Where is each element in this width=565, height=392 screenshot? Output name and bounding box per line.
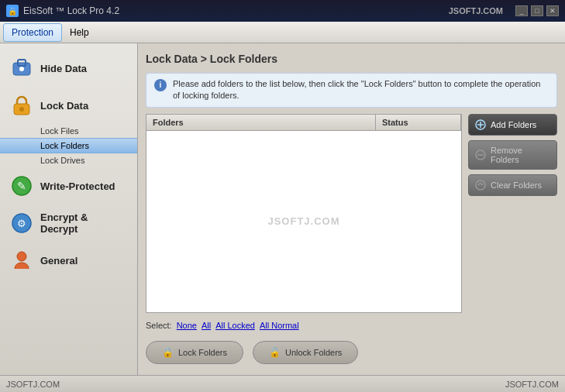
sidebar-sub-lock-drives[interactable]: Lock Drives: [0, 153, 137, 167]
svg-point-4: [19, 107, 24, 112]
col-folders: Folders: [146, 115, 376, 130]
sidebar-sub-lock-folders[interactable]: Lock Folders: [0, 138, 137, 153]
content-area: Lock Data > Lock Folders i Please add fo…: [138, 43, 565, 375]
table-watermark: JSOFTJ.COM: [267, 215, 339, 227]
action-buttons: Add Folders Remove Folders: [468, 114, 557, 313]
menu-bar: Protection Help: [0, 22, 565, 43]
sidebar-item-encrypt-decrypt[interactable]: ⚙ Encrypt & Decrypt: [0, 205, 137, 242]
main-container: Hide Data Lock Data Lock Files Lock Fold…: [0, 43, 565, 375]
write-protected-label: Write-Protected: [40, 181, 115, 192]
sidebar-item-hide-data[interactable]: Hide Data: [0, 50, 137, 87]
hide-data-icon: [9, 56, 34, 81]
table-header: Folders Status: [146, 115, 461, 131]
status-bar: JSOFTJ.COM JSOFTJ.COM: [0, 375, 565, 392]
minimize-button[interactable]: _: [515, 5, 528, 16]
title-bar-left: 🔒 EisSoft ™ Lock Pro 4.2: [6, 5, 119, 17]
window-controls: _ □ ✕: [515, 5, 559, 16]
add-folders-label: Add Folders: [491, 120, 536, 129]
svg-point-15: [476, 181, 485, 190]
sidebar: Hide Data Lock Data Lock Files Lock Fold…: [0, 43, 138, 375]
title-bar: 🔒 EisSoft ™ Lock Pro 4.2 JSOFTJ.COM _ □ …: [0, 0, 565, 22]
encrypt-decrypt-icon: ⚙: [9, 211, 34, 236]
sidebar-item-lock-data[interactable]: Lock Data: [0, 87, 137, 124]
remove-folders-icon: [475, 150, 486, 160]
select-label: Select:: [146, 321, 172, 330]
breadcrumb: Lock Data > Lock Folders: [146, 51, 557, 67]
table-section: Folders Status JSOFTJ.COM: [146, 114, 557, 313]
status-right: JSOFTJ.COM: [505, 380, 559, 389]
select-all[interactable]: All: [202, 321, 211, 330]
lock-folders-button[interactable]: 🔒 Lock Folders: [146, 341, 243, 364]
general-icon: [9, 248, 34, 273]
clear-folders-label: Clear Folders: [491, 181, 542, 190]
menu-help[interactable]: Help: [62, 24, 97, 41]
clear-folders-button[interactable]: Clear Folders: [468, 174, 557, 196]
write-protected-icon: ✎: [9, 174, 34, 198]
svg-text:✎: ✎: [17, 180, 26, 192]
lock-folders-btn-label: Lock Folders: [178, 348, 227, 357]
table-body: JSOFTJ.COM: [146, 131, 461, 312]
title-bar-title: EisSoft ™ Lock Pro 4.2: [23, 5, 119, 16]
general-label: General: [40, 255, 78, 266]
lock-data-label: Lock Data: [40, 100, 88, 112]
info-box: i Please add folders to the list below, …: [146, 73, 557, 108]
info-icon: i: [154, 79, 167, 91]
select-all-normal[interactable]: All Normal: [260, 321, 299, 330]
clear-folders-icon: [475, 180, 486, 191]
sidebar-sub-lock-files[interactable]: Lock Files: [0, 124, 137, 138]
svg-text:⚙: ⚙: [17, 218, 26, 229]
col-status: Status: [376, 115, 461, 130]
app-icon: 🔒: [6, 5, 19, 17]
folders-table: Folders Status JSOFTJ.COM: [146, 114, 462, 313]
status-left: JSOFTJ.COM: [6, 380, 60, 389]
menu-protection[interactable]: Protection: [3, 23, 62, 42]
encrypt-decrypt-label: Encrypt & Decrypt: [40, 211, 128, 235]
add-folders-icon: [475, 119, 486, 130]
unlock-folders-button[interactable]: 🔓 Unlock Folders: [253, 341, 358, 364]
svg-point-9: [17, 252, 26, 261]
select-none[interactable]: None: [177, 321, 197, 330]
select-all-locked[interactable]: All Locked: [215, 321, 255, 330]
info-text: Please add folders to the list below, th…: [173, 78, 549, 102]
svg-point-2: [19, 67, 24, 71]
lock-folders-btn-icon: 🔒: [162, 347, 174, 358]
unlock-folders-btn-label: Unlock Folders: [285, 348, 342, 357]
close-button[interactable]: ✕: [546, 5, 559, 16]
lock-data-icon: [9, 93, 34, 118]
title-bar-brand: JSOFTJ.COM: [449, 6, 503, 15]
maximize-button[interactable]: □: [531, 5, 543, 16]
unlock-folders-btn-icon: 🔓: [269, 347, 281, 358]
sidebar-item-write-protected[interactable]: ✎ Write-Protected: [0, 167, 137, 205]
remove-folders-label: Remove Folders: [491, 146, 550, 164]
hide-data-label: Hide Data: [40, 63, 87, 74]
sidebar-item-general[interactable]: General: [0, 242, 137, 279]
remove-folders-button[interactable]: Remove Folders: [468, 140, 557, 170]
select-row: Select: None All All Locked All Normal: [146, 319, 557, 332]
bottom-buttons: 🔒 Lock Folders 🔓 Unlock Folders: [146, 338, 557, 367]
add-folders-button[interactable]: Add Folders: [468, 114, 557, 136]
